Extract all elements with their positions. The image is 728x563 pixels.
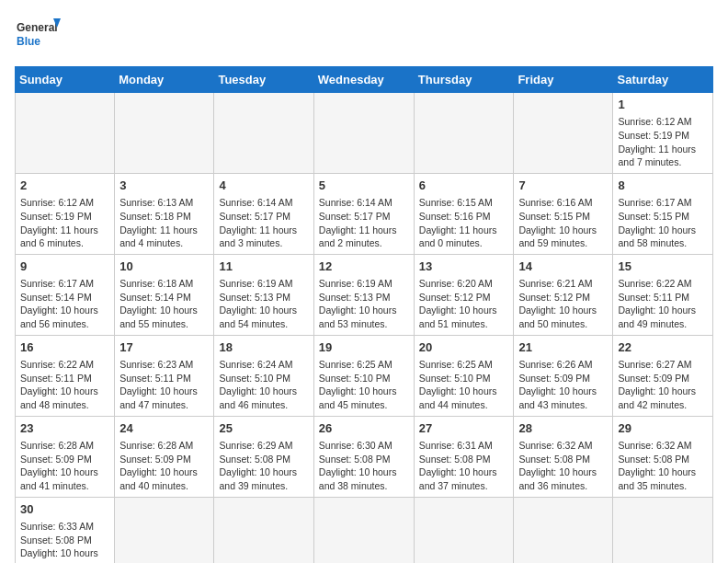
day-cell xyxy=(514,497,613,563)
day-number: 8 xyxy=(618,178,708,194)
day-cell: 11Sunrise: 6:19 AM Sunset: 5:13 PM Dayli… xyxy=(214,254,313,335)
day-cell: 21Sunrise: 6:26 AM Sunset: 5:09 PM Dayli… xyxy=(514,335,613,416)
weekday-header-friday: Friday xyxy=(514,67,613,93)
day-info: Sunrise: 6:28 AM Sunset: 5:09 PM Dayligh… xyxy=(119,439,209,493)
day-cell: 6Sunrise: 6:15 AM Sunset: 5:16 PM Daylig… xyxy=(414,173,514,254)
day-cell: 5Sunrise: 6:14 AM Sunset: 5:17 PM Daylig… xyxy=(313,173,414,254)
day-number: 11 xyxy=(219,259,308,275)
day-info: Sunrise: 6:33 AM Sunset: 5:08 PM Dayligh… xyxy=(20,520,109,563)
calendar-table: SundayMondayTuesdayWednesdayThursdayFrid… xyxy=(15,66,713,563)
day-number: 27 xyxy=(419,420,509,437)
day-info: Sunrise: 6:32 AM Sunset: 5:08 PM Dayligh… xyxy=(618,439,708,493)
day-cell xyxy=(514,93,613,174)
day-number: 2 xyxy=(20,178,109,194)
day-number: 24 xyxy=(119,420,209,437)
day-cell: 25Sunrise: 6:29 AM Sunset: 5:08 PM Dayli… xyxy=(214,416,313,497)
day-info: Sunrise: 6:21 AM Sunset: 5:12 PM Dayligh… xyxy=(518,277,608,331)
day-number: 12 xyxy=(319,259,409,275)
page-header: General Blue xyxy=(15,15,713,55)
day-cell xyxy=(313,93,414,174)
day-info: Sunrise: 6:16 AM Sunset: 5:15 PM Dayligh… xyxy=(518,196,608,250)
day-info: Sunrise: 6:31 AM Sunset: 5:08 PM Dayligh… xyxy=(419,439,509,493)
day-number: 23 xyxy=(20,420,109,437)
day-cell xyxy=(613,497,713,563)
day-number: 18 xyxy=(219,339,308,356)
day-info: Sunrise: 6:27 AM Sunset: 5:09 PM Dayligh… xyxy=(618,358,708,412)
day-cell: 15Sunrise: 6:22 AM Sunset: 5:11 PM Dayli… xyxy=(613,254,713,335)
day-number: 30 xyxy=(20,501,109,518)
day-cell xyxy=(414,497,514,563)
day-cell xyxy=(313,497,414,563)
weekday-header-tuesday: Tuesday xyxy=(214,67,313,93)
weekday-header-thursday: Thursday xyxy=(414,67,514,93)
day-number: 21 xyxy=(518,339,608,356)
day-number: 1 xyxy=(618,97,708,113)
day-cell xyxy=(115,93,214,174)
day-number: 14 xyxy=(518,259,608,275)
day-number: 28 xyxy=(518,420,608,437)
weekday-header-sunday: Sunday xyxy=(16,67,115,93)
day-number: 10 xyxy=(119,259,209,275)
day-cell: 19Sunrise: 6:25 AM Sunset: 5:10 PM Dayli… xyxy=(313,335,414,416)
day-cell: 14Sunrise: 6:21 AM Sunset: 5:12 PM Dayli… xyxy=(514,254,613,335)
day-cell: 23Sunrise: 6:28 AM Sunset: 5:09 PM Dayli… xyxy=(16,416,115,497)
day-cell xyxy=(414,93,514,174)
day-number: 15 xyxy=(618,259,708,275)
day-info: Sunrise: 6:25 AM Sunset: 5:10 PM Dayligh… xyxy=(419,358,509,412)
day-cell: 29Sunrise: 6:32 AM Sunset: 5:08 PM Dayli… xyxy=(613,416,713,497)
logo: General Blue xyxy=(15,15,61,55)
day-info: Sunrise: 6:28 AM Sunset: 5:09 PM Dayligh… xyxy=(20,439,109,493)
day-cell: 1Sunrise: 6:12 AM Sunset: 5:19 PM Daylig… xyxy=(613,93,713,174)
day-number: 5 xyxy=(319,178,409,194)
day-number: 4 xyxy=(219,178,308,194)
day-number: 26 xyxy=(319,420,409,437)
day-info: Sunrise: 6:29 AM Sunset: 5:08 PM Dayligh… xyxy=(219,439,308,493)
day-cell: 8Sunrise: 6:17 AM Sunset: 5:15 PM Daylig… xyxy=(613,173,713,254)
day-cell: 26Sunrise: 6:30 AM Sunset: 5:08 PM Dayli… xyxy=(313,416,414,497)
day-info: Sunrise: 6:13 AM Sunset: 5:18 PM Dayligh… xyxy=(119,196,209,250)
svg-text:Blue: Blue xyxy=(17,35,40,48)
day-info: Sunrise: 6:30 AM Sunset: 5:08 PM Dayligh… xyxy=(319,439,409,493)
day-info: Sunrise: 6:22 AM Sunset: 5:11 PM Dayligh… xyxy=(618,277,708,331)
day-cell: 3Sunrise: 6:13 AM Sunset: 5:18 PM Daylig… xyxy=(115,173,214,254)
day-info: Sunrise: 6:19 AM Sunset: 5:13 PM Dayligh… xyxy=(219,277,308,331)
day-number: 29 xyxy=(618,420,708,437)
day-info: Sunrise: 6:12 AM Sunset: 5:19 PM Dayligh… xyxy=(618,115,708,169)
week-row-1: 2Sunrise: 6:12 AM Sunset: 5:19 PM Daylig… xyxy=(16,173,713,254)
day-cell: 13Sunrise: 6:20 AM Sunset: 5:12 PM Dayli… xyxy=(414,254,514,335)
day-info: Sunrise: 6:24 AM Sunset: 5:10 PM Dayligh… xyxy=(219,358,308,412)
day-number: 9 xyxy=(20,259,109,275)
day-cell: 7Sunrise: 6:16 AM Sunset: 5:15 PM Daylig… xyxy=(514,173,613,254)
day-cell: 4Sunrise: 6:14 AM Sunset: 5:17 PM Daylig… xyxy=(214,173,313,254)
day-cell: 12Sunrise: 6:19 AM Sunset: 5:13 PM Dayli… xyxy=(313,254,414,335)
day-number: 16 xyxy=(20,339,109,356)
day-info: Sunrise: 6:14 AM Sunset: 5:17 PM Dayligh… xyxy=(319,196,409,250)
day-info: Sunrise: 6:18 AM Sunset: 5:14 PM Dayligh… xyxy=(119,277,209,331)
day-cell: 10Sunrise: 6:18 AM Sunset: 5:14 PM Dayli… xyxy=(115,254,214,335)
day-info: Sunrise: 6:17 AM Sunset: 5:14 PM Dayligh… xyxy=(20,277,109,331)
week-row-4: 23Sunrise: 6:28 AM Sunset: 5:09 PM Dayli… xyxy=(16,416,713,497)
day-info: Sunrise: 6:12 AM Sunset: 5:19 PM Dayligh… xyxy=(20,196,109,250)
week-row-5: 30Sunrise: 6:33 AM Sunset: 5:08 PM Dayli… xyxy=(16,497,713,563)
weekday-header-row: SundayMondayTuesdayWednesdayThursdayFrid… xyxy=(16,67,713,93)
day-number: 22 xyxy=(618,339,708,356)
day-info: Sunrise: 6:15 AM Sunset: 5:16 PM Dayligh… xyxy=(419,196,509,250)
day-cell: 27Sunrise: 6:31 AM Sunset: 5:08 PM Dayli… xyxy=(414,416,514,497)
day-cell xyxy=(16,93,115,174)
day-number: 19 xyxy=(319,339,409,356)
day-info: Sunrise: 6:23 AM Sunset: 5:11 PM Dayligh… xyxy=(119,358,209,412)
day-cell: 17Sunrise: 6:23 AM Sunset: 5:11 PM Dayli… xyxy=(115,335,214,416)
day-info: Sunrise: 6:14 AM Sunset: 5:17 PM Dayligh… xyxy=(219,196,308,250)
week-row-0: 1Sunrise: 6:12 AM Sunset: 5:19 PM Daylig… xyxy=(16,93,713,174)
day-cell: 2Sunrise: 6:12 AM Sunset: 5:19 PM Daylig… xyxy=(16,173,115,254)
day-number: 17 xyxy=(119,339,209,356)
day-info: Sunrise: 6:19 AM Sunset: 5:13 PM Dayligh… xyxy=(319,277,409,331)
logo-svg: General Blue xyxy=(15,15,61,55)
day-cell: 16Sunrise: 6:22 AM Sunset: 5:11 PM Dayli… xyxy=(16,335,115,416)
weekday-header-saturday: Saturday xyxy=(613,67,713,93)
day-cell: 22Sunrise: 6:27 AM Sunset: 5:09 PM Dayli… xyxy=(613,335,713,416)
day-info: Sunrise: 6:32 AM Sunset: 5:08 PM Dayligh… xyxy=(518,439,608,493)
day-info: Sunrise: 6:25 AM Sunset: 5:10 PM Dayligh… xyxy=(319,358,409,412)
day-cell: 28Sunrise: 6:32 AM Sunset: 5:08 PM Dayli… xyxy=(514,416,613,497)
weekday-header-wednesday: Wednesday xyxy=(313,67,414,93)
